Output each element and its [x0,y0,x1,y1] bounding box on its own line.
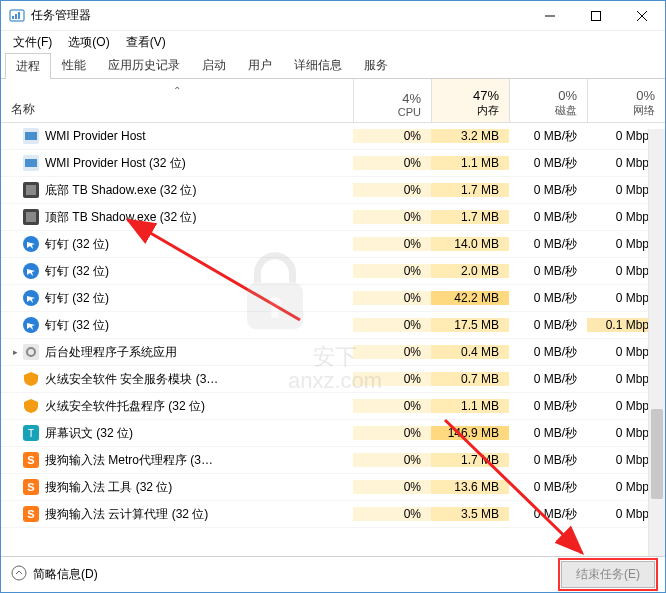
table-row[interactable]: 顶部 TB Shadow.exe (32 位)0%1.7 MB0 MB/秒0 M… [1,204,665,231]
end-task-button[interactable]: 结束任务(E) [561,561,655,588]
disk-percent: 0% [510,88,577,103]
task-manager-window: 任务管理器 文件(F) 选项(O) 查看(V) 进程 性能 应用历史记录 启动 … [0,0,666,593]
disk-cell: 0 MB/秒 [509,371,587,388]
memory-cell: 17.5 MB [431,318,509,332]
disk-cell: 0 MB/秒 [509,425,587,442]
cpu-cell: 0% [353,237,431,251]
minimize-button[interactable] [527,1,573,31]
process-icon [23,263,39,279]
process-name-cell: 底部 TB Shadow.exe (32 位) [1,182,353,199]
table-row[interactable]: S搜狗输入法 工具 (32 位)0%13.6 MB0 MB/秒0 Mbps [1,474,665,501]
process-name: WMI Provider Host [45,129,146,143]
col-header-cpu[interactable]: 4% CPU [353,79,431,122]
table-row[interactable]: S搜狗输入法 Metro代理程序 (3…0%1.7 MB0 MB/秒0 Mbps [1,447,665,474]
mem-label: 内存 [432,103,499,118]
table-row[interactable]: 底部 TB Shadow.exe (32 位)0%1.7 MB0 MB/秒0 M… [1,177,665,204]
process-name-cell: 顶部 TB Shadow.exe (32 位) [1,209,353,226]
table-row[interactable]: WMI Provider Host (32 位)0%1.1 MB0 MB/秒0 … [1,150,665,177]
table-row[interactable]: WMI Provider Host0%3.2 MB0 MB/秒0 Mbps [1,123,665,150]
disk-cell: 0 MB/秒 [509,182,587,199]
process-list[interactable]: WMI Provider Host0%3.2 MB0 MB/秒0 MbpsWMI… [1,123,665,556]
process-icon [23,344,39,360]
col-header-disk[interactable]: 0% 磁盘 [509,79,587,122]
tab-processes[interactable]: 进程 [5,53,51,79]
svg-rect-3 [18,12,20,19]
process-icon: S [23,506,39,522]
process-name-cell: ▸后台处理程序子系统应用 [1,344,353,361]
close-button[interactable] [619,1,665,31]
col-header-name[interactable]: ⌃ 名称 [1,79,353,122]
process-name: 顶部 TB Shadow.exe (32 位) [45,209,196,226]
process-name-cell: WMI Provider Host (32 位) [1,155,353,172]
cpu-cell: 0% [353,183,431,197]
process-name-cell: 钉钉 (32 位) [1,290,353,307]
memory-cell: 0.4 MB [431,345,509,359]
svg-text:S: S [27,481,34,493]
process-icon [23,128,39,144]
cpu-cell: 0% [353,345,431,359]
process-icon [23,182,39,198]
tab-services[interactable]: 服务 [353,52,399,78]
process-name-cell: 钉钉 (32 位) [1,236,353,253]
table-row[interactable]: ▸后台处理程序子系统应用0%0.4 MB0 MB/秒0 Mbps [1,339,665,366]
memory-cell: 13.6 MB [431,480,509,494]
disk-cell: 0 MB/秒 [509,128,587,145]
disk-cell: 0 MB/秒 [509,479,587,496]
tab-startup[interactable]: 启动 [191,52,237,78]
menu-file[interactable]: 文件(F) [5,32,60,53]
process-icon: T [23,425,39,441]
process-icon [23,236,39,252]
disk-cell: 0 MB/秒 [509,236,587,253]
expand-icon[interactable]: ▸ [9,347,21,357]
process-name-cell: S搜狗输入法 云计算代理 (32 位) [1,506,353,523]
process-icon [23,290,39,306]
disk-cell: 0 MB/秒 [509,155,587,172]
cpu-label: CPU [354,106,421,118]
table-row[interactable]: 火绒安全软件 安全服务模块 (3…0%0.7 MB0 MB/秒0 Mbps [1,366,665,393]
process-name: 火绒安全软件 安全服务模块 (3… [45,371,218,388]
svg-rect-9 [25,132,37,140]
process-name-cell: 火绒安全软件 安全服务模块 (3… [1,371,353,388]
disk-cell: 0 MB/秒 [509,290,587,307]
fewer-details-button[interactable]: 简略信息(D) [11,565,98,584]
memory-cell: 1.7 MB [431,210,509,224]
cpu-cell: 0% [353,210,431,224]
memory-cell: 14.0 MB [431,237,509,251]
disk-cell: 0 MB/秒 [509,317,587,334]
table-row[interactable]: 火绒安全软件托盘程序 (32 位)0%1.1 MB0 MB/秒0 Mbps [1,393,665,420]
table-row[interactable]: 钉钉 (32 位)0%42.2 MB0 MB/秒0 Mbps [1,285,665,312]
cpu-cell: 0% [353,426,431,440]
table-row[interactable]: 钉钉 (32 位)0%14.0 MB0 MB/秒0 Mbps [1,231,665,258]
table-row[interactable]: T屏幕识文 (32 位)0%146.9 MB0 MB/秒0 Mbps [1,420,665,447]
menu-options[interactable]: 选项(O) [60,32,117,53]
process-name-cell: S搜狗输入法 工具 (32 位) [1,479,353,496]
scrollbar[interactable] [648,129,665,556]
tabbar: 进程 性能 应用历史记录 启动 用户 详细信息 服务 [1,53,665,79]
tab-users[interactable]: 用户 [237,52,283,78]
process-name: 钉钉 (32 位) [45,290,109,307]
table-row[interactable]: 钉钉 (32 位)0%17.5 MB0 MB/秒0.1 Mbps [1,312,665,339]
cpu-percent: 4% [354,91,421,106]
sort-caret-icon: ⌃ [173,85,181,96]
col-header-network[interactable]: 0% 网络 [587,79,665,122]
scroll-thumb[interactable] [651,409,663,499]
maximize-button[interactable] [573,1,619,31]
tab-details[interactable]: 详细信息 [283,52,353,78]
memory-cell: 3.2 MB [431,129,509,143]
disk-cell: 0 MB/秒 [509,263,587,280]
col-header-memory[interactable]: 47% 内存 [431,79,509,122]
tab-performance[interactable]: 性能 [51,52,97,78]
process-name-cell: S搜狗输入法 Metro代理程序 (3… [1,452,353,469]
titlebar[interactable]: 任务管理器 [1,1,665,31]
tab-app-history[interactable]: 应用历史记录 [97,52,191,78]
table-row[interactable]: S搜狗输入法 云计算代理 (32 位)0%3.5 MB0 MB/秒0 Mbps [1,501,665,528]
col-header-name-label: 名称 [11,101,35,118]
menu-view[interactable]: 查看(V) [118,32,174,53]
cpu-cell: 0% [353,453,431,467]
table-row[interactable]: 钉钉 (32 位)0%2.0 MB0 MB/秒0 Mbps [1,258,665,285]
svg-rect-2 [15,14,17,19]
svg-text:S: S [27,454,34,466]
process-name: 火绒安全软件托盘程序 (32 位) [45,398,205,415]
disk-cell: 0 MB/秒 [509,209,587,226]
memory-cell: 42.2 MB [431,291,509,305]
